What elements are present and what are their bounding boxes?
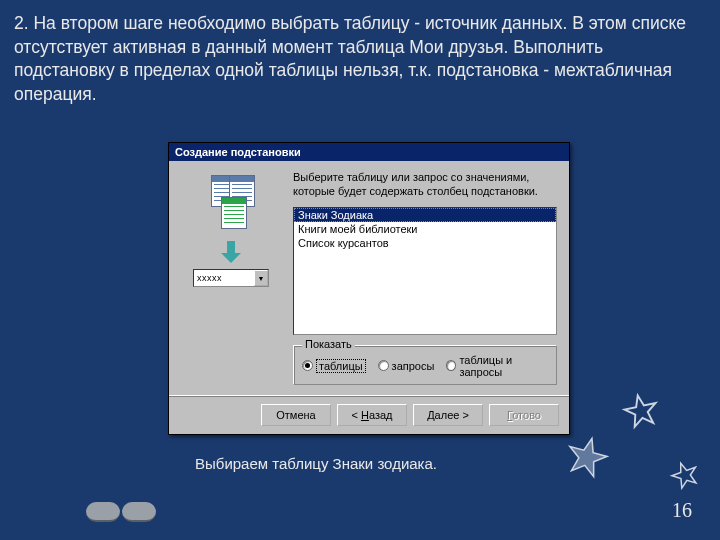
nav-prev-button[interactable] (86, 502, 120, 522)
wizard-right-panel: Выберите таблицу или запрос со значениям… (293, 171, 557, 385)
next-button[interactable]: Далее > (413, 404, 483, 426)
radio-tables[interactable]: таблицы (302, 359, 366, 373)
finish-button: Готово (489, 404, 559, 426)
star-icon (618, 388, 663, 433)
tables-graphic-icon (201, 175, 261, 235)
dialog-titlebar: Создание подстановки (169, 143, 569, 161)
radio-icon (302, 360, 313, 371)
arrow-down-icon (221, 241, 241, 265)
slide-caption: Выбираем таблицу Знаки зодиака. (195, 455, 437, 472)
sample-combo[interactable]: xxxxx ▼ (193, 269, 269, 287)
svg-marker-2 (669, 459, 701, 490)
source-table-listbox[interactable]: Знаки Зодиака Книги моей библиотеки Спис… (293, 207, 557, 335)
wizard-left-panel: xxxxx ▼ (181, 171, 281, 385)
list-item[interactable]: Книги моей библиотеки (294, 222, 556, 236)
nav-next-button[interactable] (122, 502, 156, 522)
star-icon (666, 456, 704, 494)
fieldset-legend: Показать (302, 338, 355, 350)
wizard-prompt: Выберите таблицу или запрос со значениям… (293, 171, 557, 199)
dialog-button-row: Отмена < Назад Далее > Готово (169, 395, 569, 434)
list-item[interactable]: Знаки Зодиака (294, 208, 556, 222)
instruction-text: 2. На втором шаге необходимо выбрать таб… (0, 0, 720, 115)
back-button[interactable]: < Назад (337, 404, 407, 426)
radio-both[interactable]: таблицы и запросы (446, 354, 548, 378)
radio-icon (378, 360, 389, 371)
svg-marker-1 (564, 434, 610, 479)
list-item[interactable]: Список курсантов (294, 236, 556, 250)
dialog-body: xxxxx ▼ Выберите таблицу или запрос со з… (169, 161, 569, 395)
svg-marker-0 (622, 392, 659, 428)
page-number: 16 (672, 499, 692, 522)
combo-value: xxxxx (194, 273, 254, 283)
lookup-wizard-dialog: Создание подстановки xxxxx ▼ Выберите та… (168, 142, 570, 435)
show-fieldset: Показать таблицы запросы таблицы и запро… (293, 345, 557, 385)
star-icon (559, 429, 615, 485)
slide-nav (86, 502, 156, 522)
chevron-down-icon[interactable]: ▼ (254, 270, 268, 286)
radio-icon (446, 360, 456, 371)
radio-queries[interactable]: запросы (378, 360, 435, 372)
cancel-button[interactable]: Отмена (261, 404, 331, 426)
